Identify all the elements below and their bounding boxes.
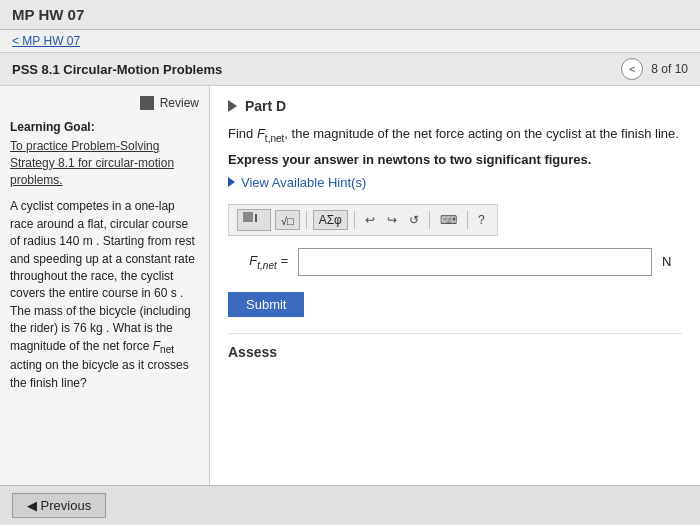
learning-goal: Learning Goal: To practice Problem-Solvi… xyxy=(10,120,199,188)
svg-rect-0 xyxy=(243,212,253,222)
problem-title: PSS 8.1 Circular-Motion Problems xyxy=(12,62,222,77)
left-panel: Review Learning Goal: To practice Proble… xyxy=(0,86,210,498)
hint-label[interactable]: View Available Hint(s) xyxy=(241,175,366,190)
nav-count: 8 of 10 xyxy=(651,62,688,76)
previous-button[interactable]: ◀ Previous xyxy=(12,493,106,518)
toolbar-separator4 xyxy=(467,211,468,229)
toolbar-separator2 xyxy=(354,211,355,229)
math-mode-btn[interactable]: √□ xyxy=(275,210,300,230)
redo-btn[interactable]: ↪ xyxy=(383,211,401,229)
toolbar-separator xyxy=(306,211,307,229)
assess-label: Assess xyxy=(228,333,682,360)
toolbar: √□ ΑΣφ ↩ ↪ ↺ ⌨ ? xyxy=(228,204,498,236)
learning-goal-title: Learning Goal: xyxy=(10,120,199,134)
breadcrumb[interactable]: < MP HW 07 xyxy=(0,30,700,53)
svg-rect-1 xyxy=(255,214,257,222)
express-text: Express your answer in newtons to two si… xyxy=(228,152,682,167)
find-text: Find Ft,net, the magnitude of the net fo… xyxy=(228,124,682,146)
part-triangle-icon xyxy=(228,100,237,112)
math-image-btn[interactable] xyxy=(237,209,271,231)
problem-bar: PSS 8.1 Circular-Motion Problems < 8 of … xyxy=(0,53,700,86)
right-panel: Part D Find Ft,net, the magnitude of the… xyxy=(210,86,700,498)
unit-label: N xyxy=(662,254,682,269)
refresh-btn[interactable]: ↺ xyxy=(405,211,423,229)
help-btn[interactable]: ? xyxy=(474,211,489,229)
toolbar-separator3 xyxy=(429,211,430,229)
top-bar: MP HW 07 xyxy=(0,0,700,30)
nav-prev-btn[interactable]: < xyxy=(621,58,643,80)
problem-text: A cyclist competes in a one-lap race aro… xyxy=(10,198,199,392)
review-label[interactable]: Review xyxy=(160,96,199,110)
nav-right: < 8 of 10 xyxy=(621,58,688,80)
alpha-sigma-btn[interactable]: ΑΣφ xyxy=(313,210,348,230)
undo-btn[interactable]: ↩ xyxy=(361,211,379,229)
breadcrumb-link[interactable]: < MP HW 07 xyxy=(12,34,80,48)
part-label: Part D xyxy=(245,98,286,114)
submit-button[interactable]: Submit xyxy=(228,292,304,317)
answer-input[interactable] xyxy=(298,248,652,276)
part-header: Part D xyxy=(228,98,682,114)
learning-goal-text: To practice Problem-Solving Strategy 8.1… xyxy=(10,138,199,188)
review-icon xyxy=(140,96,154,110)
input-row: Ft,net = N xyxy=(228,248,682,276)
var-label: Ft,net = xyxy=(228,253,288,271)
keyboard-btn[interactable]: ⌨ xyxy=(436,211,461,229)
top-bar-title: MP HW 07 xyxy=(12,6,84,23)
hint-triangle-icon xyxy=(228,177,235,187)
bottom-bar: ◀ Previous xyxy=(0,485,700,525)
review-section: Review xyxy=(10,96,199,110)
hint-row[interactable]: View Available Hint(s) xyxy=(228,175,682,190)
